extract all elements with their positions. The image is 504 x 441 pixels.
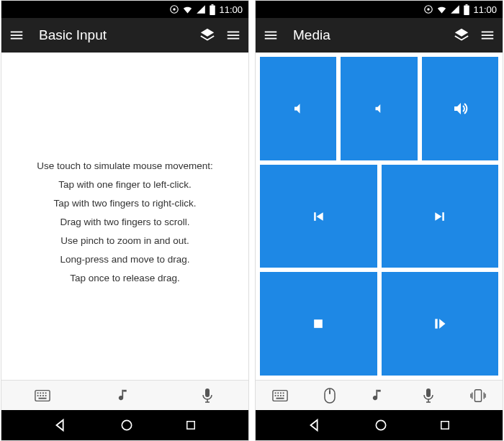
svg-rect-6 [11, 38, 23, 40]
target-icon [169, 4, 179, 14]
android-nav-bar [1, 410, 248, 440]
svg-rect-28 [466, 4, 468, 6]
app-bar: Basic Input [1, 18, 248, 53]
svg-point-26 [428, 8, 431, 11]
clock-text: 11:00 [473, 4, 497, 15]
bottom-bar [256, 380, 503, 410]
target-icon [423, 4, 433, 14]
keyboard-button[interactable] [256, 381, 305, 410]
svg-rect-9 [228, 38, 240, 40]
svg-rect-13 [42, 392, 44, 394]
svg-rect-44 [275, 395, 276, 396]
drawer-icon[interactable] [263, 27, 279, 43]
svg-rect-46 [280, 395, 282, 396]
nav-recent-icon[interactable] [438, 419, 451, 432]
instructions-list: Use touch to simulate mouse movement: Ta… [1, 53, 248, 380]
svg-rect-42 [280, 392, 282, 394]
svg-point-1 [174, 8, 176, 11]
svg-rect-3 [212, 4, 214, 6]
instruction-line: Drag with two fingers to scroll. [60, 217, 189, 227]
svg-rect-33 [482, 35, 494, 36]
status-bar: 11:00 [256, 1, 503, 18]
svg-rect-34 [482, 38, 494, 40]
voice-button[interactable] [166, 381, 248, 410]
volume-mute-button[interactable] [341, 57, 417, 160]
stop-button[interactable] [260, 272, 377, 376]
instruction-line: Tap with two fingers to right-click. [53, 198, 196, 209]
signal-icon [196, 4, 206, 14]
svg-rect-20 [205, 388, 210, 397]
svg-rect-35 [314, 212, 316, 221]
svg-rect-29 [265, 32, 277, 33]
nav-home-icon[interactable] [374, 418, 388, 432]
wifi-icon [436, 4, 447, 15]
svg-rect-18 [45, 395, 47, 396]
phone-media: 11:00 Media [255, 0, 503, 441]
wifi-icon [182, 4, 193, 15]
clock-text: 11:00 [219, 4, 243, 15]
svg-rect-32 [482, 32, 494, 33]
app-title: Basic Input [35, 27, 189, 43]
signal-icon [450, 4, 460, 14]
previous-track-button[interactable] [260, 165, 377, 268]
android-nav-bar [256, 410, 503, 440]
svg-rect-24 [187, 422, 195, 429]
svg-rect-5 [11, 35, 23, 36]
svg-rect-12 [40, 392, 41, 394]
menu-icon[interactable] [225, 27, 241, 43]
svg-rect-60 [441, 422, 449, 429]
bottom-bar [1, 380, 248, 410]
svg-rect-19 [39, 397, 47, 399]
nav-home-icon[interactable] [120, 418, 134, 432]
svg-rect-41 [278, 392, 279, 394]
volume-down-button[interactable] [260, 57, 336, 160]
svg-rect-4 [11, 32, 23, 33]
play-pause-button[interactable] [382, 272, 499, 376]
drawer-icon[interactable] [9, 27, 24, 43]
nav-back-icon[interactable] [53, 417, 68, 433]
media-control-area [256, 53, 503, 380]
svg-rect-47 [283, 395, 284, 396]
volume-up-button[interactable] [422, 57, 498, 160]
svg-rect-27 [464, 5, 470, 15]
layers-icon[interactable] [454, 27, 469, 43]
media-button[interactable] [354, 381, 404, 410]
svg-rect-38 [435, 319, 437, 329]
voice-button[interactable] [404, 381, 454, 410]
svg-point-23 [122, 420, 131, 429]
keyboard-button[interactable] [1, 381, 84, 410]
layers-icon[interactable] [199, 27, 215, 43]
svg-rect-30 [265, 35, 277, 36]
status-bar: 11:00 [1, 1, 248, 18]
svg-rect-45 [278, 395, 279, 396]
instruction-line: Use pinch to zoom in and out. [60, 235, 189, 246]
instruction-line: Long-press and move to drag. [60, 254, 189, 265]
svg-rect-8 [228, 35, 240, 36]
battery-icon [209, 4, 216, 15]
menu-icon[interactable] [480, 27, 495, 43]
svg-point-59 [376, 420, 385, 429]
svg-rect-37 [314, 319, 323, 328]
svg-rect-50 [329, 391, 330, 394]
next-track-button[interactable] [382, 165, 499, 268]
svg-rect-43 [283, 392, 284, 394]
svg-rect-7 [228, 32, 240, 33]
svg-rect-51 [426, 388, 431, 397]
app-title: Media [289, 27, 444, 43]
mouse-button[interactable] [305, 381, 355, 410]
media-button[interactable] [84, 381, 166, 410]
svg-rect-16 [40, 395, 41, 396]
phone-basic-input: 11:00 Basic Input Use touch to simulate … [1, 0, 249, 441]
vibrate-button[interactable] [453, 381, 503, 410]
svg-rect-17 [42, 395, 44, 396]
nav-back-icon[interactable] [307, 417, 323, 433]
instruction-line: Tap once to release drag. [70, 273, 179, 283]
svg-rect-15 [37, 395, 39, 396]
touchpad-area[interactable]: Use touch to simulate mouse movement: Ta… [1, 53, 248, 380]
svg-rect-54 [474, 389, 481, 401]
svg-rect-40 [275, 392, 276, 394]
nav-recent-icon[interactable] [184, 419, 197, 432]
app-bar: Media [256, 18, 503, 53]
svg-rect-11 [37, 392, 39, 394]
svg-rect-14 [45, 392, 47, 394]
